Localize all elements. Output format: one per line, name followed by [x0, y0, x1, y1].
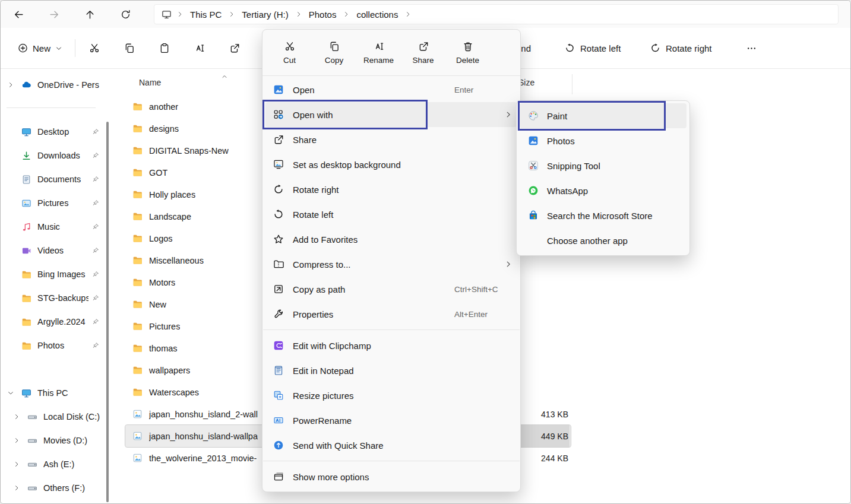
chevron-right-icon[interactable] [13, 413, 20, 420]
rotate-right-button[interactable]: Rotate right [647, 39, 716, 58]
context-menu-item-compress-to[interactable]: Compress to... [265, 252, 517, 277]
file-name: GOT [149, 168, 167, 177]
sidebar-item-stg-backups[interactable]: STG-backups [3, 287, 103, 309]
quick-share-icon [273, 440, 284, 451]
pin-icon [92, 199, 99, 207]
context-menu-item-add-to-favorites[interactable]: Add to Favorites [265, 227, 517, 252]
sidebar-item-movies-d[interactable]: Movies (D:) [3, 429, 106, 452]
rotate-left-button[interactable]: Rotate left [561, 39, 624, 58]
context-menu-item-share[interactable]: Share [265, 127, 517, 152]
submenu-item-choose-another-app[interactable]: Choose another app [520, 228, 687, 253]
back-button[interactable] [5, 4, 31, 24]
context-menu-item-show-more-options[interactable]: Show more options [265, 464, 517, 489]
copy-button[interactable]: Copy [312, 34, 356, 72]
copy-button[interactable] [117, 37, 142, 59]
rotate-right-label: Rotate right [666, 43, 712, 53]
breadcrumb-tertiary-drive[interactable]: Tertiary (H:) [236, 7, 293, 23]
up-button[interactable] [77, 4, 103, 24]
context-menu-item-edit-in-notepad[interactable]: Edit in Notepad [265, 358, 517, 383]
sidebar-item-photos[interactable]: Photos [3, 334, 103, 357]
context-menu-item-edit-with-clipchamp[interactable]: Edit with Clipchamp [265, 333, 517, 358]
open-with-submenu: Paint Photos Snipping Tool WhatsApp Sear… [516, 100, 690, 256]
column-divider[interactable] [572, 74, 572, 94]
sidebar-item-this-pc[interactable]: This PC [3, 382, 103, 404]
chevron-right-icon[interactable] [13, 484, 20, 492]
copy-as-path-icon [273, 284, 284, 294]
image-file-icon [132, 453, 143, 463]
chevron-right-icon[interactable] [13, 461, 20, 468]
sidebar-item-bing-images[interactable]: Bing Images [3, 263, 103, 286]
submenu-item-paint[interactable]: Paint [520, 103, 687, 128]
rename-button[interactable] [187, 37, 212, 59]
menu-item-label: Open [293, 85, 315, 95]
file-size: 413 KB [515, 410, 568, 419]
menu-divider [263, 461, 520, 461]
navigation-bar: This PC Tertiary (H:) Photos collections [1, 1, 850, 28]
sidebar-item-label: Music [37, 222, 88, 232]
context-menu-item-copy-as-path[interactable]: Copy as path Ctrl+Shift+C [265, 277, 517, 302]
breadcrumb-this-pc[interactable]: This PC [185, 7, 227, 23]
breadcrumb-collections[interactable]: collections [351, 7, 403, 23]
sidebar-item-desktop[interactable]: Desktop [3, 121, 103, 143]
cut-button[interactable]: Cut [267, 34, 312, 72]
menu-item-shortcut: Alt+Enter [454, 310, 488, 319]
rename-button[interactable]: Rename [356, 34, 401, 72]
address-bar[interactable]: This PC Tertiary (H:) Photos collections [154, 4, 839, 24]
pin-icon [92, 128, 99, 135]
context-menu-item-send-with-quick-share[interactable]: Send with Quick Share [265, 433, 517, 458]
context-menu-item-open[interactable]: Open Enter [265, 77, 517, 102]
sidebar-item-others-f[interactable]: Others (F:) [3, 477, 106, 499]
paint-app-icon [528, 110, 539, 121]
context-menu-item-rotate-right[interactable]: Rotate right [265, 177, 517, 202]
image-file-icon [132, 409, 143, 419]
context-menu-item-resize-pictures[interactable]: Resize pictures [265, 383, 517, 408]
sidebar-item-documents[interactable]: Documents [3, 168, 103, 191]
sidebar-item-downloads[interactable]: Downloads [3, 144, 103, 167]
sidebar-divider [7, 107, 96, 108]
context-menu-item-rotate-left[interactable]: Rotate left [265, 202, 517, 227]
context-menu-item-powerrename[interactable]: PowerRename [265, 408, 517, 433]
breadcrumb-photos[interactable]: Photos [303, 7, 342, 23]
file-name: Logos [149, 234, 173, 243]
sidebar-item-ash-e[interactable]: Ash (E:) [3, 453, 106, 476]
see-more-button[interactable] [739, 37, 764, 59]
chevron-down-icon[interactable] [7, 389, 14, 397]
folder-icon [132, 277, 143, 287]
quick-action-label: Copy [325, 56, 344, 65]
refresh-button[interactable] [112, 4, 138, 24]
paste-button[interactable] [152, 37, 177, 59]
submenu-item-whatsapp[interactable]: WhatsApp [520, 178, 687, 203]
new-button[interactable]: New [11, 39, 69, 58]
submenu-item-photos[interactable]: Photos [520, 128, 687, 153]
chevron-right-icon[interactable] [13, 437, 20, 444]
context-menu-item-set-as-desktop-background[interactable]: Set as desktop background [265, 152, 517, 177]
column-header-name[interactable]: Name [139, 78, 161, 87]
context-menu-item-properties[interactable]: Properties Alt+Enter [265, 302, 517, 327]
sidebar-item-local-disk-c[interactable]: Local Disk (C:) [3, 405, 106, 428]
sidebar-item-argylle[interactable]: Argylle.2024 [3, 310, 103, 333]
share-icon [273, 134, 284, 145]
delete-button[interactable]: Delete [445, 34, 490, 72]
share-button[interactable]: Share [401, 34, 445, 72]
chevron-right-icon [404, 11, 412, 18]
column-header-size[interactable]: Size [518, 78, 534, 87]
forward-button[interactable] [41, 4, 67, 24]
chevron-right-icon[interactable] [7, 81, 14, 88]
submenu-item-search-microsoft-store[interactable]: Search the Microsoft Store [520, 203, 687, 228]
sort-ascending-icon[interactable] [221, 73, 228, 80]
trash-icon [463, 41, 473, 52]
share-button[interactable] [222, 37, 247, 59]
rotate-right-icon [650, 43, 660, 53]
sidebar-item-pictures[interactable]: Pictures [3, 192, 103, 214]
sidebar-item-videos[interactable]: Videos [3, 239, 103, 262]
sidebar-item-onedrive[interactable]: OneDrive - Pers [3, 74, 103, 96]
sidebar-scrollbar[interactable] [106, 122, 109, 502]
context-menu-item-open-with[interactable]: Open with [265, 102, 517, 127]
cut-button[interactable] [82, 37, 107, 59]
submenu-item-snipping-tool[interactable]: Snipping Tool [520, 153, 687, 178]
folder-icon [132, 145, 143, 156]
sidebar-item-label: Photos [37, 341, 88, 350]
menu-item-label: Properties [293, 309, 333, 319]
sidebar-item-music[interactable]: Music [3, 215, 103, 238]
pin-icon [92, 176, 99, 183]
